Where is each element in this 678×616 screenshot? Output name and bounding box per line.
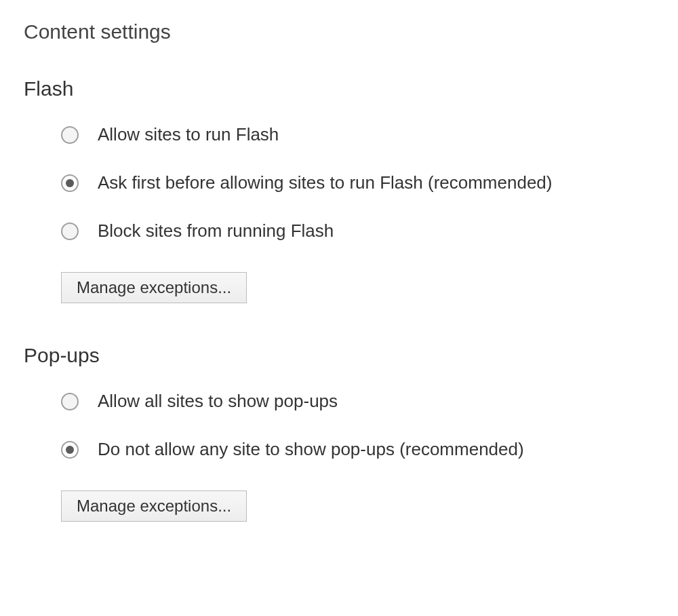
radio-popups-allow[interactable]: Allow all sites to show pop-ups	[61, 391, 654, 412]
radio-label: Allow sites to run Flash	[98, 124, 279, 145]
radio-popups-block[interactable]: Do not allow any site to show pop-ups (r…	[61, 439, 654, 460]
section-heading-flash: Flash	[24, 77, 654, 100]
radio-icon	[61, 223, 79, 240]
radio-label: Do not allow any site to show pop-ups (r…	[98, 439, 524, 460]
radio-flash-ask[interactable]: Ask first before allowing sites to run F…	[61, 172, 654, 193]
manage-exceptions-popups-button[interactable]: Manage exceptions...	[61, 490, 247, 522]
radio-icon	[61, 393, 79, 410]
manage-exceptions-flash-button[interactable]: Manage exceptions...	[61, 272, 247, 303]
radio-icon	[61, 174, 79, 192]
radio-icon	[61, 441, 79, 459]
radio-icon	[61, 126, 79, 144]
radio-label: Ask first before allowing sites to run F…	[98, 172, 553, 193]
section-heading-popups: Pop-ups	[24, 344, 654, 367]
popups-options-group: Allow all sites to show pop-ups Do not a…	[24, 391, 654, 522]
flash-options-group: Allow sites to run Flash Ask first befor…	[24, 124, 654, 303]
radio-flash-block[interactable]: Block sites from running Flash	[61, 220, 654, 242]
radio-flash-allow[interactable]: Allow sites to run Flash	[61, 124, 654, 145]
page-title: Content settings	[24, 20, 654, 43]
radio-label: Allow all sites to show pop-ups	[98, 391, 338, 412]
radio-label: Block sites from running Flash	[98, 220, 334, 242]
